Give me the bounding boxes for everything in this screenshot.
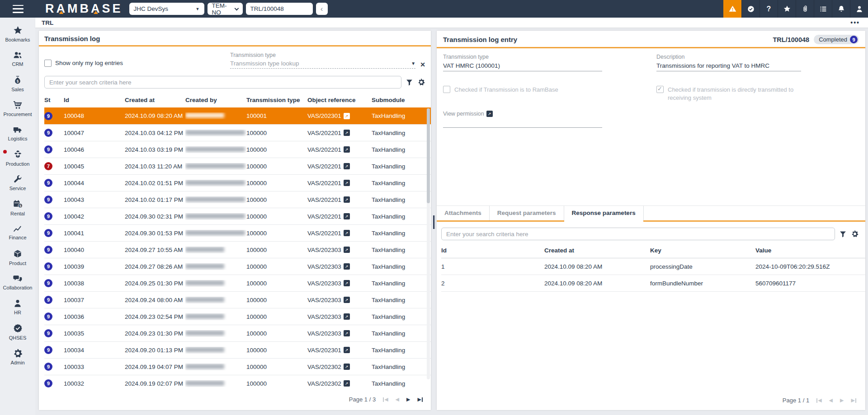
- external-link-icon[interactable]: ↗: [344, 180, 350, 186]
- sidebar-item-finance[interactable]: Finance: [0, 220, 35, 245]
- settings-gear-icon[interactable]: [851, 230, 859, 238]
- verified-icon[interactable]: [741, 0, 760, 18]
- external-link-icon[interactable]: ↗: [344, 247, 350, 253]
- sidebar-item-crm[interactable]: CRM: [0, 46, 35, 71]
- next-page-icon[interactable]: ▶: [406, 396, 410, 402]
- view-permission-value[interactable]: [443, 117, 602, 128]
- account-icon[interactable]: [850, 0, 868, 18]
- description-value[interactable]: Transmissions for reporting VAT to HMRC: [656, 60, 801, 71]
- last-page-icon[interactable]: ▶: [418, 396, 423, 402]
- parameter-row[interactable]: 12024.10.09 08:20 AMprocessingDate2024-1…: [441, 258, 865, 275]
- sidebar-item-qhses[interactable]: QHSES: [0, 319, 35, 344]
- log-table-row[interactable]: 91000442024.10.02 01:51 PM100000VAS/2022…: [44, 174, 431, 191]
- log-table-row[interactable]: 91000422024.09.30 02:31 PM100000VAS/2022…: [44, 208, 431, 224]
- notifications-icon[interactable]: [832, 0, 850, 18]
- last-page-icon[interactable]: ▶: [851, 397, 856, 403]
- external-link-icon[interactable]: ↗: [344, 297, 350, 303]
- external-link-icon[interactable]: ↗: [344, 130, 350, 136]
- company-select[interactable]: TEM-NO: [208, 3, 243, 15]
- sidebar-item-collaboration[interactable]: Collaboration: [0, 270, 35, 294]
- tab-attachments[interactable]: Attachments: [437, 206, 490, 220]
- log-table-row[interactable]: 91000412024.09.30 01:53 PM100000VAS/2022…: [44, 224, 431, 241]
- tab-trl[interactable]: TRL: [42, 19, 53, 26]
- column-header[interactable]: Value: [755, 247, 865, 254]
- sidebar-item-hr[interactable]: HR: [0, 294, 35, 319]
- external-link-icon[interactable]: ↗: [344, 380, 350, 387]
- external-link-icon[interactable]: ↗: [344, 313, 350, 320]
- help-icon[interactable]: ?: [760, 0, 778, 18]
- panel-splitter-handle[interactable]: [433, 215, 435, 229]
- external-link-icon[interactable]: ↗: [344, 213, 350, 219]
- column-header[interactable]: Created by: [185, 97, 246, 103]
- favorites-icon[interactable]: [778, 0, 796, 18]
- log-table-row[interactable]: 91000322024.09.19 02:07 PM100000VAS/2023…: [44, 375, 431, 392]
- log-table-row[interactable]: 91000482024.10.09 08:20 AM100001VAS/2023…: [44, 107, 431, 124]
- scrollbar-thumb[interactable]: [427, 108, 430, 203]
- external-link-icon[interactable]: ↗: [344, 347, 350, 353]
- column-header[interactable]: Object reference: [307, 97, 372, 103]
- tab-response-parameters[interactable]: Response parameters: [564, 206, 644, 220]
- checkbox-box[interactable]: [44, 60, 52, 67]
- show-only-my-log-checkbox[interactable]: Show only my log entries: [44, 57, 123, 69]
- parameters-search-input[interactable]: [441, 228, 835, 240]
- sidebar-item-admin[interactable]: Admin: [0, 344, 35, 369]
- sidebar-item-service[interactable]: Service: [0, 170, 35, 195]
- column-header[interactable]: St: [44, 97, 64, 103]
- parameter-row[interactable]: 22024.10.09 08:20 AMformBundleNumber5607…: [441, 275, 865, 292]
- log-table-row[interactable]: 91000472024.10.03 04:12 PM100000VAS/2022…: [44, 124, 431, 141]
- first-page-icon[interactable]: ◀: [816, 397, 821, 403]
- column-header[interactable]: Transmission type: [246, 97, 307, 103]
- column-header[interactable]: Id: [64, 97, 125, 103]
- external-link-icon[interactable]: ↗: [344, 196, 350, 203]
- log-table-row[interactable]: 71000452024.10.03 11:20 AM100000VAS/2022…: [44, 158, 431, 174]
- external-link-icon[interactable]: ↗: [344, 163, 350, 169]
- hamburger-menu-icon[interactable]: [13, 5, 24, 13]
- sidebar-item-procurement[interactable]: Procurement: [0, 96, 35, 121]
- sidebar-item-sales[interactable]: $ Sales: [0, 71, 35, 96]
- rambase-logo[interactable]: RAMBASE: [45, 3, 123, 15]
- log-table-row[interactable]: 91000342024.09.20 01:13 PM100000VAS/2023…: [44, 341, 431, 358]
- transmission-type-value[interactable]: VAT HMRC (100001): [443, 60, 602, 71]
- system-select[interactable]: JHC DevSys ▼: [129, 3, 204, 15]
- external-link-icon[interactable]: ↗: [344, 230, 350, 236]
- log-table-row[interactable]: 91000362024.09.23 02:54 PM100000VAS/2023…: [44, 308, 431, 325]
- external-link-icon[interactable]: ↗: [344, 330, 350, 336]
- prev-page-icon[interactable]: ◀: [829, 397, 833, 403]
- column-header[interactable]: Key: [650, 247, 755, 254]
- column-header[interactable]: Id: [441, 247, 544, 254]
- clear-icon[interactable]: ✕: [420, 61, 425, 69]
- lookup-field[interactable]: Transmission type lookup ▼: [230, 60, 415, 69]
- sidebar-item-bookmarks[interactable]: Bookmarks: [0, 21, 35, 46]
- log-table-row[interactable]: 91000372024.09.24 08:00 AM100000VAS/2023…: [44, 291, 431, 308]
- external-link-icon[interactable]: ↗: [344, 113, 350, 119]
- external-link-icon[interactable]: ↗: [344, 263, 350, 270]
- external-link-icon[interactable]: ↗: [486, 111, 493, 117]
- log-table-row[interactable]: 91000392024.09.27 08:26 AM100000VAS/2023…: [44, 258, 431, 275]
- column-header[interactable]: Created at: [125, 97, 185, 103]
- log-table-row[interactable]: 91000382024.09.25 01:30 PM100000VAS/2023…: [44, 275, 431, 291]
- external-link-icon[interactable]: ↗: [344, 364, 350, 370]
- tab-request-parameters[interactable]: Request parameters: [490, 206, 564, 220]
- sidebar-item-product[interactable]: Product: [0, 245, 35, 270]
- log-table-row[interactable]: 91000462024.10.03 03:19 PM100000VAS/2022…: [44, 141, 431, 158]
- back-button[interactable]: ‹: [316, 3, 328, 15]
- vertical-scrollbar[interactable]: [427, 108, 430, 379]
- search-input[interactable]: [44, 76, 401, 89]
- document-id-input[interactable]: [246, 3, 313, 15]
- filter-icon[interactable]: [406, 79, 413, 86]
- caret-down-icon[interactable]: ▼: [411, 61, 415, 66]
- external-link-icon[interactable]: ↗: [344, 146, 350, 153]
- list-icon[interactable]: [814, 0, 832, 18]
- log-table-row[interactable]: 91000432024.10.02 01:17 PM100000VAS/2022…: [44, 191, 431, 208]
- first-page-icon[interactable]: ◀: [383, 396, 388, 402]
- attachment-icon[interactable]: [796, 0, 814, 18]
- next-page-icon[interactable]: ▶: [840, 397, 844, 403]
- prev-page-icon[interactable]: ◀: [396, 396, 399, 402]
- sidebar-item-rental[interactable]: $ Rental: [0, 195, 35, 220]
- external-link-icon[interactable]: ↗: [344, 280, 350, 286]
- log-table-row[interactable]: 91000402024.09.27 10:55 AM100000VAS/2023…: [44, 241, 431, 258]
- column-header[interactable]: Submodule: [372, 97, 431, 103]
- alert-icon[interactable]: [723, 0, 741, 18]
- log-table-row[interactable]: 91000332024.09.19 04:07 PM100000VAS/2023…: [44, 358, 431, 375]
- log-table-row[interactable]: 91000352024.09.23 01:30 PM100000VAS/2023…: [44, 325, 431, 341]
